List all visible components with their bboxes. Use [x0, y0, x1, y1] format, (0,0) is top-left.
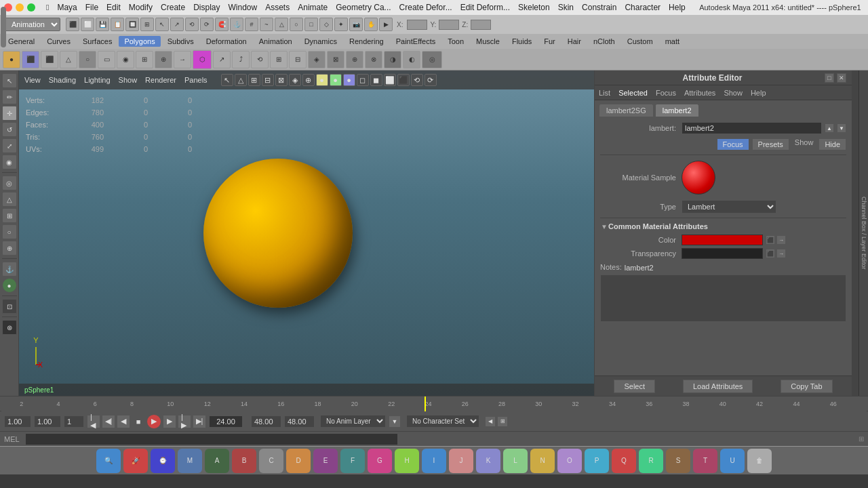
dock-app18[interactable]: R — [639, 449, 663, 473]
vp-tool-select[interactable]: ↖ — [221, 74, 233, 86]
ae-scrollbar-thumb[interactable] — [1, 7, 6, 47]
shelf-plane[interactable]: ▭ — [98, 51, 115, 68]
menu-geocache[interactable]: Geometry Ca... — [336, 3, 391, 12]
ae-nav-attributes[interactable]: Attributes — [684, 89, 715, 97]
ae-tab-lambert2sg[interactable]: lambert2SG — [599, 104, 654, 117]
ae-nav-list[interactable]: List — [599, 89, 610, 97]
bc-icon-1[interactable]: ◀ — [485, 416, 496, 427]
vp-tool-5[interactable]: ⊠ — [275, 74, 288, 86]
menu-maya[interactable]: Maya — [57, 3, 77, 12]
toolbar-icon-1[interactable]: ⬛ — [66, 18, 79, 31]
anim-layer-dropdown[interactable]: No Anim Layer — [320, 415, 386, 428]
vp-tool-cam2[interactable]: ◼ — [370, 74, 382, 86]
lt-sculpt[interactable]: △ — [2, 192, 17, 207]
vp-tool-cam4[interactable]: ⬛ — [397, 74, 410, 86]
shelf-extrude[interactable]: ⤴ — [232, 51, 250, 68]
toolbar-icon-camera[interactable]: 📷 — [349, 18, 363, 31]
vp-menu-lighting[interactable]: Lighting — [84, 76, 111, 84]
shelf-arrow2[interactable]: → — [174, 51, 191, 68]
play-start-input[interactable] — [251, 415, 281, 428]
toolbar-icon-6[interactable]: ⊞ — [140, 18, 154, 31]
toolbar-icon-curve[interactable]: ~ — [260, 18, 273, 31]
maximize-button[interactable] — [27, 3, 35, 12]
vp-tool-poly[interactable]: △ — [235, 74, 247, 86]
ae-lambert-arrow-up[interactable]: ▲ — [825, 123, 834, 133]
toolbar-icon-3[interactable]: 💾 — [96, 18, 109, 31]
lt-lasso[interactable]: ○ — [2, 224, 17, 239]
lt-snap[interactable]: ⚓ — [2, 262, 17, 277]
menubar-subdivs[interactable]: Subdivs — [162, 36, 199, 47]
vp-tool-cam5[interactable]: ⟲ — [411, 74, 423, 86]
menubar-painteffects[interactable]: PaintEffects — [391, 36, 441, 47]
menu-createdeform[interactable]: Create Defor... — [399, 3, 452, 12]
lt-select[interactable]: ↖ — [2, 73, 17, 88]
vp-tool-3[interactable]: ⊞ — [248, 74, 260, 86]
toolbar-icon-7[interactable]: ↖ — [155, 18, 169, 31]
menu-assets[interactable]: Assets — [265, 3, 290, 12]
shelf-torus[interactable]: ○ — [79, 51, 96, 68]
dock-app6[interactable]: E — [313, 449, 338, 473]
ae-color-swatch[interactable] — [682, 235, 763, 245]
menu-edit[interactable]: Edit — [106, 3, 121, 12]
toolbar-icon-light[interactable]: ✦ — [334, 18, 348, 31]
dock-app13[interactable]: L — [503, 449, 528, 473]
menu-display[interactable]: Display — [193, 3, 220, 12]
shelf-tool4[interactable]: ◈ — [308, 51, 326, 68]
dock-app16[interactable]: P — [585, 449, 609, 473]
dock-app3[interactable]: B — [232, 449, 256, 473]
shelf-tool5[interactable]: ⊠ — [327, 51, 344, 68]
menu-character[interactable]: Character — [625, 3, 660, 12]
shelf-pipes[interactable]: ⊞ — [136, 51, 153, 68]
toolbar-icon-8[interactable]: ↗ — [170, 18, 184, 31]
toolbar-icon-4[interactable]: 📋 — [111, 18, 124, 31]
vp-tool-6[interactable]: ◈ — [289, 74, 301, 86]
dock-app4[interactable]: C — [259, 449, 283, 473]
menubar-deformation[interactable]: Deformation — [201, 36, 252, 47]
shelf-special1[interactable]: ⬡ — [193, 50, 212, 69]
mel-input[interactable] — [25, 433, 398, 445]
shelf-cylinder[interactable]: ⬛ — [41, 51, 58, 68]
vp-tool-4[interactable]: ⊟ — [262, 74, 274, 86]
menu-editdeform[interactable]: Edit Deform... — [460, 3, 510, 12]
lt-world[interactable]: ● — [2, 278, 17, 293]
menubar-polygons[interactable]: Polygons — [119, 36, 160, 47]
toolbar-icon-9[interactable]: ⟲ — [185, 18, 199, 31]
toolbar-icon-10[interactable]: ⟳ — [200, 18, 214, 31]
lt-lattice[interactable]: ⊞ — [2, 208, 17, 223]
dock-launchpad[interactable]: 🚀 — [123, 449, 148, 473]
shelf-arrow3[interactable]: ↗ — [213, 51, 231, 68]
toolbar-icon-render[interactable]: ▶ — [379, 18, 393, 31]
ae-trans-arrow-btn[interactable]: → — [776, 249, 786, 258]
menu-file[interactable]: File — [85, 3, 98, 12]
material-sample-preview[interactable] — [682, 161, 715, 195]
ae-copy-tab-btn[interactable]: Copy Tab — [781, 380, 832, 393]
ae-nav-show[interactable]: Show — [724, 89, 743, 97]
shelf-sphere[interactable]: ● — [3, 51, 20, 68]
ae-tab-lambert2[interactable]: lambert2 — [655, 104, 699, 117]
lt-paint[interactable]: ✏ — [2, 89, 17, 104]
x-coord-input[interactable] — [407, 20, 427, 30]
menu-skeleton[interactable]: Skeleton — [518, 3, 550, 12]
dock-app11[interactable]: J — [449, 449, 473, 473]
channel-box-strip[interactable]: Channel Box / Layer Editor — [859, 70, 868, 396]
ae-section-common[interactable]: ▼ Common Material Attributes — [600, 222, 846, 230]
vp-menu-panels[interactable]: Panels — [184, 76, 208, 84]
lt-uv[interactable]: ⊡ — [2, 299, 17, 314]
anim-layer-icon[interactable]: ▼ — [389, 415, 401, 428]
shelf-disk[interactable]: ◉ — [117, 51, 134, 68]
toolbar-icon-poly[interactable]: △ — [275, 18, 288, 31]
dock-trash[interactable]: 🗑 — [747, 449, 772, 473]
ae-color-arrow-btn[interactable]: → — [776, 235, 786, 245]
vp-menu-show[interactable]: Show — [119, 76, 138, 84]
toolbar-icon-2[interactable]: ⬜ — [81, 18, 94, 31]
ae-lambert-input[interactable] — [682, 122, 822, 134]
dock-app12[interactable]: K — [476, 449, 500, 473]
lt-rotate[interactable]: ↺ — [2, 122, 17, 137]
z-coord-input[interactable] — [471, 20, 491, 30]
vp-menu-view[interactable]: View — [24, 76, 41, 84]
vp-tool-cam3[interactable]: ⬜ — [384, 74, 396, 86]
menu-window[interactable]: Window — [229, 3, 258, 12]
menu-animate[interactable]: Animate — [298, 3, 328, 12]
ae-load-attr-btn[interactable]: Load Attributes — [683, 380, 753, 393]
pb-skip-start[interactable]: |◀ — [87, 415, 100, 428]
